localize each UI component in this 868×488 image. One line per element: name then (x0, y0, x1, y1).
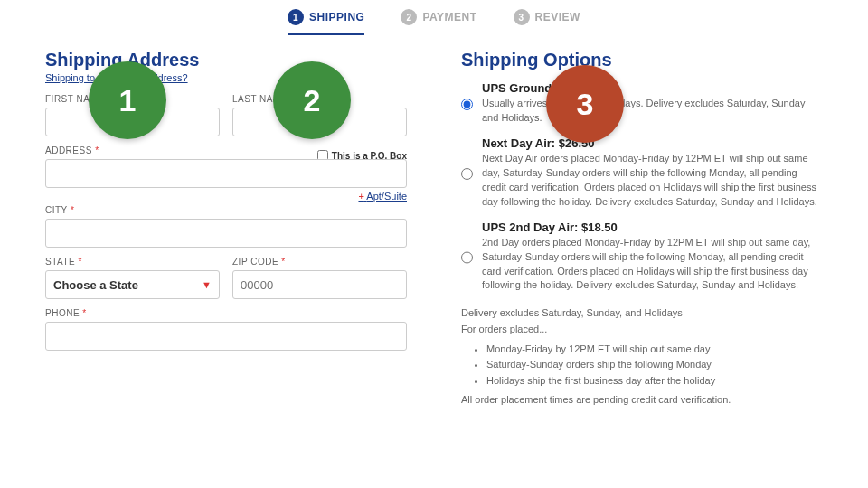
note-pending: All order placement times are pending cr… (461, 392, 823, 408)
ground-radio[interactable] (461, 83, 473, 126)
address-label: ADDRESS * (45, 145, 99, 155)
state-selected-value: Choose a State (53, 278, 138, 292)
address-input[interactable] (45, 159, 407, 188)
plus-icon: + (358, 191, 363, 202)
shipping-option-ground[interactable]: UPS Ground Usually arrives in 5-7 busine… (461, 81, 823, 126)
annotation-badge-3: 3 (546, 65, 624, 143)
chevron-down-icon: ▼ (202, 279, 212, 290)
option-title: Next Day Air: $26.50 (482, 136, 823, 150)
checkout-stepper: 1 SHIPPING 2 PAYMENT 3 REVIEW (0, 0, 868, 33)
state-select[interactable]: Choose a State ▼ (45, 270, 220, 299)
shipping-options-panel: Shipping Options UPS Ground Usually arri… (461, 50, 823, 408)
city-label: CITY * (45, 205, 407, 215)
shipping-option-2ndday[interactable]: UPS 2nd Day Air: $18.50 2nd Day orders p… (461, 221, 823, 294)
option-desc: Next Day Air orders placed Monday-Friday… (482, 152, 823, 210)
option-desc: 2nd Day orders placed Monday-Friday by 1… (482, 236, 823, 294)
zip-label: ZIP CODE * (232, 257, 407, 267)
address-heading: Shipping Address (45, 50, 407, 70)
note-bullet: Monday-Friday by 12PM ET will ship out s… (486, 342, 823, 358)
step-num-icon: 1 (288, 9, 304, 25)
note-placed-intro: For orders placed... (461, 322, 823, 338)
zip-input[interactable] (232, 270, 407, 299)
step-label: REVIEW (535, 11, 580, 23)
shipping-notes: Delivery excludes Saturday, Sunday, and … (461, 305, 823, 408)
annotation-badge-1: 1 (89, 61, 166, 139)
state-label: STATE * (45, 257, 220, 267)
step-payment[interactable]: 2 PAYMENT (401, 9, 476, 25)
phone-label: PHONE * (45, 308, 407, 318)
city-input[interactable] (45, 219, 407, 248)
secondday-radio[interactable] (461, 222, 473, 294)
step-label: PAYMENT (422, 11, 476, 23)
option-title: UPS 2nd Day Air: $18.50 (482, 221, 823, 234)
apt-suite-link[interactable]: + Apt/Suite (45, 191, 407, 202)
step-review[interactable]: 3 REVIEW (514, 9, 580, 25)
step-num-icon: 2 (401, 9, 417, 25)
annotation-badge-2: 2 (273, 61, 351, 139)
step-label: SHIPPING (309, 11, 364, 23)
options-heading: Shipping Options (461, 50, 823, 70)
phone-input[interactable] (45, 322, 407, 351)
step-num-icon: 3 (514, 9, 530, 25)
option-title: UPS Ground (482, 81, 823, 95)
note-bullet: Holidays ship the first business day aft… (486, 373, 823, 389)
option-desc: Usually arrives in 5-7 business days. De… (482, 97, 823, 126)
note-exclude: Delivery excludes Saturday, Sunday, and … (461, 305, 823, 322)
note-bullet: Saturday-Sunday orders ship the followin… (486, 357, 823, 373)
step-shipping[interactable]: 1 SHIPPING (288, 9, 364, 35)
shipping-option-nextday[interactable]: Next Day Air: $26.50 Next Day Air orders… (461, 136, 823, 210)
nextday-radio[interactable] (461, 138, 473, 210)
